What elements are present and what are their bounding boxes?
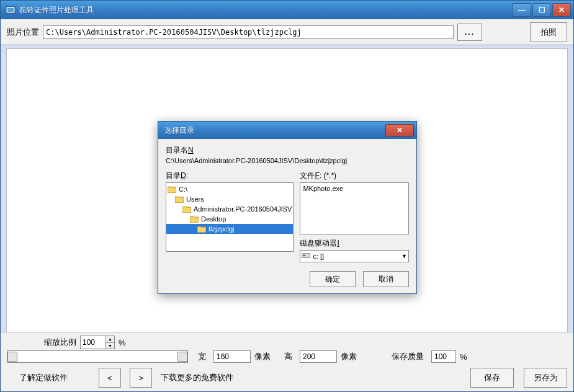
directory-item[interactable]: Desktop	[166, 214, 293, 224]
slider-end[interactable]	[177, 352, 187, 362]
folder-icon	[182, 206, 191, 213]
directory-item[interactable]: Users	[166, 194, 293, 204]
drive-icon	[302, 252, 310, 260]
chevron-down-icon: ▼	[401, 253, 407, 259]
directory-item-label: Administrator.PC-20160504JISV	[194, 205, 292, 213]
saveas-button[interactable]: 另存为	[524, 368, 567, 388]
download-link[interactable]: 下载更多的免费软件	[161, 372, 233, 383]
file-listbox[interactable]: MKphoto.exe	[300, 182, 409, 234]
prev-button[interactable]: <	[99, 368, 121, 388]
select-directory-dialog: 选择目录 ✕ 目录名N C:\Users\Administrator.PC-20…	[158, 121, 417, 294]
folder-icon	[168, 186, 176, 193]
svg-rect-1	[7, 8, 14, 12]
zoom-label: 缩放比例	[44, 337, 76, 348]
filelist-label: 文件F: (*.*)	[300, 171, 409, 181]
width-input[interactable]	[213, 350, 251, 363]
dialog-title: 选择目录	[161, 125, 385, 136]
window-controls: — ☐ ✕	[513, 3, 571, 17]
app-window: 驼铃证件照片处理工具 — ☐ ✕ 照片位置 ... 拍照 缩放比例 ▲▼ %	[0, 0, 574, 392]
quality-label: 保存质量	[392, 351, 424, 362]
width-unit: 像素	[254, 351, 271, 362]
width-label: 宽	[198, 351, 206, 362]
zoom-up-icon[interactable]: ▲	[106, 336, 114, 343]
file-item[interactable]: MKphoto.exe	[300, 184, 408, 193]
zoom-slider[interactable]	[7, 350, 188, 363]
cancel-button[interactable]: 取消	[363, 271, 409, 287]
height-input[interactable]	[300, 350, 337, 363]
app-icon	[6, 5, 16, 15]
folder-icon	[190, 216, 199, 223]
directory-item[interactable]: Administrator.PC-20160504JISV	[166, 204, 293, 214]
slider-thumb[interactable]	[7, 352, 17, 362]
window-title: 驼铃证件照片处理工具	[19, 5, 513, 16]
height-label: 高	[284, 351, 292, 362]
dirname-label: 目录名N	[166, 145, 409, 156]
minimize-button[interactable]: —	[513, 3, 531, 17]
maximize-button[interactable]: ☐	[532, 3, 551, 17]
quality-suffix: %	[460, 352, 467, 362]
learn-link[interactable]: 了解定做软件	[19, 372, 68, 383]
dirlist-label: 目录D:	[166, 171, 294, 181]
toolbar: 照片位置 ... 拍照	[1, 19, 573, 45]
folder-icon	[197, 226, 206, 233]
folder-icon	[175, 196, 184, 203]
directory-item-label: C:\	[179, 185, 187, 193]
bottom-panel: 缩放比例 ▲▼ % 宽 像素 高 像素 保存质量 % 了解定做软件	[1, 332, 573, 391]
path-input[interactable]	[43, 25, 454, 39]
directory-item-label: Desktop	[201, 215, 226, 223]
svg-rect-3	[303, 255, 305, 256]
save-button[interactable]: 保存	[470, 368, 514, 388]
titlebar: 驼铃证件照片处理工具 — ☐ ✕	[1, 1, 573, 19]
next-button[interactable]: >	[130, 368, 152, 388]
dialog-close-button[interactable]: ✕	[385, 124, 414, 136]
drive-value: c: []	[313, 252, 324, 260]
drive-select[interactable]: c: [] ▼	[300, 250, 409, 262]
directory-item[interactable]: C:\	[166, 184, 293, 194]
dirname-value: C:\Users\Administrator.PC-20160504JISV\D…	[166, 157, 409, 164]
zoom-down-icon[interactable]: ▼	[106, 343, 114, 349]
directory-item-label: tlzjzpclgj	[209, 225, 235, 233]
ok-button[interactable]: 确定	[310, 271, 356, 287]
browse-button[interactable]: ...	[457, 24, 482, 41]
path-label: 照片位置	[7, 27, 39, 38]
directory-listbox[interactable]: C:\UsersAdministrator.PC-20160504JISVDes…	[166, 182, 294, 252]
capture-button[interactable]: 拍照	[530, 22, 567, 42]
close-button[interactable]: ✕	[552, 3, 571, 17]
height-unit: 像素	[341, 351, 357, 362]
zoom-spinner[interactable]: ▲▼	[80, 336, 115, 349]
directory-item-label: Users	[186, 195, 204, 203]
quality-input[interactable]	[431, 350, 456, 363]
zoom-input[interactable]	[81, 338, 105, 347]
directory-item[interactable]: tlzjzpclgj	[166, 224, 293, 234]
dialog-titlebar: 选择目录 ✕	[158, 122, 416, 139]
drive-label: 磁盘驱动器I	[300, 238, 409, 249]
zoom-suffix: %	[119, 338, 126, 347]
